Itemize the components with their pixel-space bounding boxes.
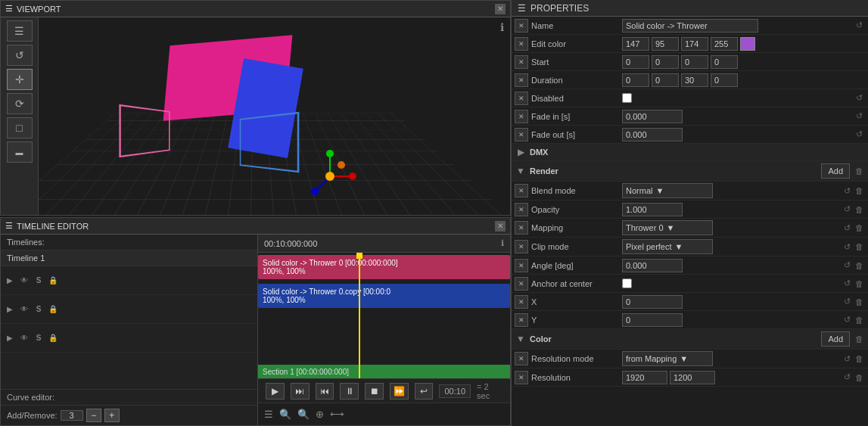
tl-icon-5[interactable]: ⟷	[330, 409, 344, 420]
render-toggle-icon[interactable]: ▼	[515, 165, 527, 177]
prop-x-x[interactable]: ✕	[515, 295, 528, 309]
prop-reset-angle[interactable]: ↺	[841, 260, 853, 272]
prop-x-blendmode[interactable]: ✕	[515, 184, 528, 197]
track-2-play-icon[interactable]: ▶	[4, 303, 16, 316]
track-3-eye-icon[interactable]: 👁	[18, 332, 30, 344]
properties-menu-icon[interactable]: ☰	[518, 3, 526, 14]
render-add-button[interactable]: Add	[821, 163, 850, 179]
pause-button[interactable]: ⏸	[340, 383, 359, 400]
rewind-button[interactable]: ↩	[415, 383, 434, 400]
timeline-tracks-area[interactable]: Solid color -> Thrower 0 [00:00:000:000]…	[258, 253, 510, 378]
prop-x-y[interactable]: ✕	[515, 313, 528, 327]
prop-x-fadein[interactable]: ✕	[515, 110, 528, 123]
track-3-s-icon[interactable]: S	[33, 332, 45, 344]
opacity-input[interactable]: 1.000	[622, 203, 683, 216]
move-tool[interactable]: ✛	[7, 69, 33, 90]
prop-x-fadeout[interactable]: ✕	[515, 128, 528, 141]
duration-v4[interactable]: 0	[711, 73, 738, 87]
timeline-close-button[interactable]: ✕	[495, 221, 506, 232]
color-a-input[interactable]: 255	[711, 37, 738, 51]
rotate-tool[interactable]: ↺	[7, 45, 33, 66]
prop-delete-opacity[interactable]: 🗑	[853, 204, 865, 216]
prop-x-angle[interactable]: ✕	[515, 259, 528, 272]
prop-reset-resmode[interactable]: ↺	[841, 353, 853, 365]
prop-reset-x[interactable]: ↺	[841, 296, 853, 308]
track-1-eye-icon[interactable]: 👁	[18, 275, 30, 287]
start-v4[interactable]: 0	[711, 55, 738, 69]
prop-x-resmode[interactable]: ✕	[515, 352, 528, 365]
prop-reset-disabled[interactable]: ↺	[853, 92, 865, 104]
stop-button[interactable]: ⏹	[365, 383, 384, 400]
track-1-s-icon[interactable]: S	[33, 275, 45, 287]
track-1-lock-icon[interactable]: 🔒	[47, 275, 59, 287]
tl-icon-1[interactable]: ☰	[264, 409, 273, 420]
prop-delete-resolution[interactable]: 🗑	[853, 372, 865, 384]
tl-icon-3[interactable]: 🔍	[297, 409, 310, 420]
prop-reset-name[interactable]: ↺	[853, 20, 865, 32]
prop-x-anchor[interactable]: ✕	[515, 277, 528, 291]
prop-x-resolution[interactable]: ✕	[515, 371, 528, 384]
playhead[interactable]	[359, 253, 360, 378]
prop-delete-anchor[interactable]: 🗑	[853, 278, 865, 290]
clipmode-dropdown[interactable]: Pixel perfect ▼	[622, 239, 713, 254]
hamburger-tool[interactable]: ☰	[7, 20, 33, 42]
color-delete-icon[interactable]: 🗑	[853, 333, 865, 345]
prop-reset-mapping[interactable]: ↺	[841, 222, 853, 234]
prop-reset-anchor[interactable]: ↺	[841, 278, 853, 290]
track-2-lock-icon[interactable]: 🔒	[47, 303, 59, 316]
timeline-section[interactable]: Section 1 [00:00:000:000]	[258, 365, 510, 378]
angle-input[interactable]: 0.000	[622, 259, 683, 272]
blend-mode-dropdown[interactable]: Normal ▼	[622, 183, 713, 198]
prop-x-opacity[interactable]: ✕	[515, 203, 528, 216]
viewport-menu-icon[interactable]: ☰	[5, 4, 13, 14]
y-input[interactable]: 0	[622, 313, 683, 327]
step-back-button[interactable]: ⏮	[316, 383, 334, 400]
timeline-info-icon[interactable]: ℹ	[501, 238, 504, 248]
step-forward-button[interactable]: ⏭	[291, 383, 310, 400]
anchor-checkbox[interactable]	[622, 278, 632, 288]
track-2-s-icon[interactable]: S	[33, 303, 45, 316]
start-v3[interactable]: 0	[681, 55, 708, 69]
color-r-input[interactable]: 147	[622, 37, 649, 51]
render-section-header[interactable]: ▼ Render Add 🗑	[512, 161, 868, 182]
resolution-h-input[interactable]: 1200	[670, 371, 715, 384]
track-block-1[interactable]: Solid color -> Thrower 0 [00:00:000:000]…	[258, 255, 510, 279]
prop-x-start[interactable]: ✕	[515, 55, 528, 69]
prop-reset-fadeout[interactable]: ↺	[853, 129, 865, 141]
scene-info-icon[interactable]: ℹ	[500, 21, 504, 33]
timeline-item-1[interactable]: Timeline 1	[1, 250, 257, 266]
color-b-input[interactable]: 174	[681, 37, 708, 51]
viewport-scene[interactable]: ☰ ↺ ✛ ⟳ □ ▬	[1, 17, 510, 215]
prop-x-disabled[interactable]: ✕	[515, 92, 528, 105]
fadeout-input[interactable]: 0.000	[622, 128, 683, 141]
square-tool[interactable]: □	[7, 117, 33, 138]
mapping-dropdown[interactable]: Thrower 0 ▼	[622, 220, 713, 235]
transform-gizmo[interactable]	[303, 150, 356, 203]
duration-v2[interactable]: 0	[652, 73, 679, 87]
name-input[interactable]	[622, 19, 758, 33]
prop-x-name[interactable]: ✕	[515, 19, 528, 33]
tl-icon-4[interactable]: ⊕	[316, 409, 324, 420]
prop-delete-clipmode[interactable]: 🗑	[853, 241, 865, 253]
prop-x-mapping[interactable]: ✕	[515, 221, 528, 235]
resmode-dropdown[interactable]: from Mapping ▼	[622, 351, 713, 366]
prop-delete-x[interactable]: 🗑	[853, 296, 865, 308]
add-remove-value[interactable]: 3	[61, 410, 83, 421]
prop-delete-resmode[interactable]: 🗑	[853, 353, 865, 365]
tl-icon-2[interactable]: 🔍	[279, 409, 291, 420]
prop-x-clipmode[interactable]: ✕	[515, 240, 528, 253]
duration-v3[interactable]: 30	[681, 73, 708, 87]
prop-delete-mapping[interactable]: 🗑	[853, 222, 865, 234]
resolution-w-input[interactable]: 1920	[622, 371, 667, 384]
prop-reset-clipmode[interactable]: ↺	[841, 241, 853, 253]
prop-delete-y[interactable]: 🗑	[853, 314, 865, 326]
color-add-button[interactable]: Add	[821, 331, 850, 347]
color-toggle-icon[interactable]: ▼	[515, 333, 527, 345]
color-g-input[interactable]: 95	[652, 37, 679, 51]
prop-reset-y[interactable]: ↺	[841, 314, 853, 326]
prop-reset-fadein[interactable]: ↺	[853, 110, 865, 123]
render-delete-icon[interactable]: 🗑	[853, 165, 865, 177]
prop-reset-blendmode[interactable]: ↺	[841, 185, 853, 197]
dmx-section-header[interactable]: ▶ DMX	[512, 144, 868, 161]
timeline-menu-icon[interactable]: ☰	[5, 221, 13, 231]
